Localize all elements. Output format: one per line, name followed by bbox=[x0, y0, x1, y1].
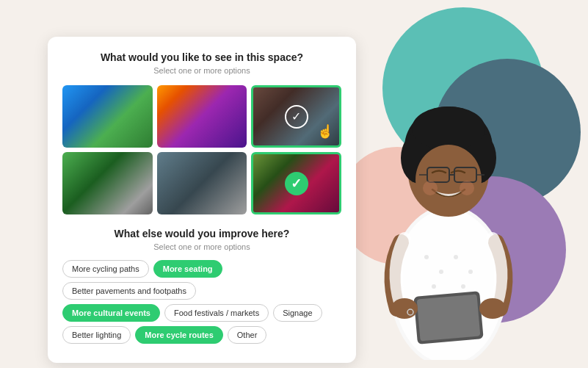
check-filled-icon: ✓ bbox=[285, 172, 308, 195]
tags-row-1: More cycling paths More seating Better p… bbox=[62, 260, 341, 300]
image-option-garden[interactable]: ✓ bbox=[251, 152, 341, 214]
svg-point-29 bbox=[391, 298, 418, 319]
svg-point-25 bbox=[423, 181, 438, 195]
section1-subtitle: Select one or more options bbox=[62, 66, 341, 75]
svg-point-3 bbox=[439, 270, 443, 274]
tag-food-festivals[interactable]: Food festivals / markets bbox=[164, 304, 269, 322]
survey-card: What would you like to see in this space… bbox=[48, 37, 356, 363]
selected-overlay-garden: ✓ bbox=[253, 154, 339, 212]
tags-row-3: Better lighting More cycle routes Other bbox=[62, 326, 341, 344]
image-option-crowd[interactable] bbox=[157, 85, 247, 148]
tag-better-lighting[interactable]: Better lighting bbox=[62, 326, 131, 344]
svg-point-26 bbox=[460, 181, 474, 195]
section2-subtitle: Select one or more options bbox=[62, 242, 341, 251]
check-outline-icon: ✓ bbox=[285, 105, 308, 129]
svg-point-6 bbox=[432, 284, 436, 289]
svg-point-4 bbox=[454, 255, 458, 259]
tags-row-2: More cultural events Food festivals / ma… bbox=[62, 304, 341, 322]
tag-pavements[interactable]: Better pavements and footpaths bbox=[62, 282, 196, 300]
svg-point-18 bbox=[412, 107, 485, 151]
svg-rect-28 bbox=[417, 295, 481, 342]
tag-more-seating[interactable]: More seating bbox=[153, 260, 222, 278]
image-option-urban[interactable]: ✓ ☝ bbox=[251, 85, 341, 148]
section1-title: What would you like to see in this space… bbox=[62, 51, 341, 63]
person-illustration bbox=[346, 44, 551, 353]
tag-cycling-paths[interactable]: More cycling paths bbox=[62, 260, 149, 278]
image-option-dance[interactable] bbox=[62, 152, 153, 214]
svg-point-2 bbox=[424, 255, 429, 259]
tag-cultural-events[interactable]: More cultural events bbox=[62, 304, 160, 322]
image-option-poles[interactable] bbox=[157, 152, 247, 214]
image-option-kayak[interactable] bbox=[62, 85, 153, 148]
image-grid: ✓ ☝ ✓ bbox=[62, 85, 341, 214]
svg-point-8 bbox=[461, 284, 465, 289]
tag-signage[interactable]: Signage bbox=[273, 304, 322, 322]
tag-cycle-routes[interactable]: More cycle routes bbox=[135, 326, 223, 344]
tag-other[interactable]: Other bbox=[228, 326, 267, 344]
person-svg bbox=[346, 44, 551, 360]
section2-title: What else would you improve here? bbox=[62, 228, 341, 239]
svg-point-30 bbox=[479, 298, 506, 319]
svg-point-5 bbox=[468, 270, 473, 274]
selected-overlay: ✓ bbox=[253, 87, 339, 145]
